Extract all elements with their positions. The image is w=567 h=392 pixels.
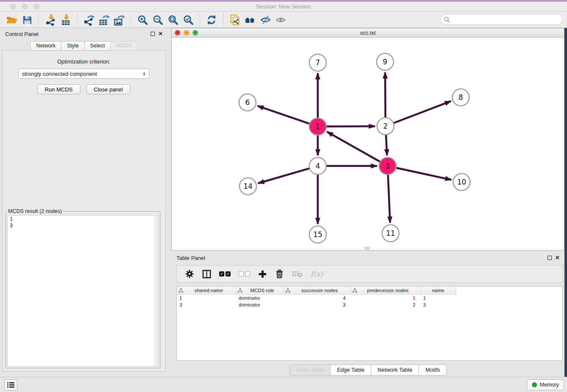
zoom-in-icon[interactable] [135,13,150,27]
table-cell[interactable]: 1 [421,295,456,301]
float-panel-icon[interactable] [151,32,155,36]
export-network-icon[interactable] [81,13,96,27]
float-table-panel-icon[interactable] [548,256,552,260]
save-session-icon[interactable] [19,13,35,27]
result-scrollbar[interactable] [155,215,158,366]
criterion-dropdown[interactable]: strongly connected component ▲▼ [18,69,149,79]
toolbar-separator [200,14,200,26]
table-row[interactable]: 1dominator411 [177,295,562,301]
table-options-gear-icon[interactable] [185,268,194,279]
dropdown-stepper-icon: ▲▼ [143,72,146,76]
export-image-icon[interactable] [112,13,127,27]
delete-column-icon[interactable] [275,268,284,279]
create-column-icon[interactable] [258,268,267,279]
node-label-7: 7 [316,58,320,67]
horizontal-scrollbar-thumb[interactable] [365,247,369,250]
show-columns-icon[interactable] [202,268,211,279]
delete-table-icon [292,268,303,279]
import-table-icon[interactable] [58,13,73,27]
tab-network-table[interactable]: Network Table [371,364,419,375]
edge-1-2[interactable] [327,126,375,127]
toolbar-separator [131,14,131,26]
search-box[interactable] [440,14,563,25]
tab-mcds[interactable]: MCDS [110,41,138,51]
edge-4-14[interactable] [258,168,309,183]
node-label-4: 4 [316,162,320,170]
table-cell[interactable]: 1 [177,295,236,301]
tab-select[interactable]: Select [84,41,111,51]
copy-network-icon[interactable] [227,13,242,27]
show-panel-eye-icon[interactable] [273,13,288,27]
column-header-predecessor-nodes[interactable]: predecessor nodes [351,287,421,295]
edge-3-11[interactable] [388,175,390,223]
zoom-selected-icon[interactable] [181,13,196,27]
edge-1-6[interactable] [258,106,309,124]
column-header-name[interactable]: name [421,287,456,295]
column-header-label: name [422,288,454,293]
network-graph[interactable]: 7968124314101511 [172,38,564,250]
zoom-fit-icon[interactable] [165,13,181,27]
deselect-all-columns-icon[interactable] [239,268,250,279]
mcds-result-item[interactable]: 1 [8,215,158,222]
network-title: scc.txt [172,30,564,36]
mcds-result-item[interactable]: 3 [8,222,158,229]
node-label-14: 14 [243,182,253,190]
home-icon[interactable] [242,13,258,27]
close-panel-button[interactable]: Close panel [86,84,131,94]
tab-network[interactable]: Network [30,41,61,51]
table-cell[interactable]: 3 [284,302,351,307]
table-panel-title: Table Panel [176,255,205,261]
network-window-titlebar[interactable]: ✕ − + scc.txt [172,28,564,38]
table-cell[interactable]: 3 [421,302,456,307]
close-panel-icon[interactable]: × [159,32,162,36]
column-header-shared-name[interactable]: shared name [177,287,236,295]
desktop-edge-strip [564,28,567,377]
mcds-result-list[interactable]: 13 [7,215,159,367]
tab-motifs[interactable]: Motifs [418,364,447,375]
list-icon [7,382,14,388]
table-cell[interactable]: 3 [177,302,236,307]
node-label-9: 9 [383,58,388,66]
edge-2-9[interactable] [385,72,385,117]
column-header-MCDS-role[interactable]: MCDS role [236,287,284,295]
hide-panel-eye-icon[interactable] [258,13,273,27]
toolbar-separator [39,14,39,26]
close-table-panel-icon[interactable]: × [556,256,559,260]
edge-3-10[interactable] [396,168,451,179]
edge-3-1[interactable] [327,132,380,161]
open-session-icon[interactable] [4,13,19,27]
tab-node-table[interactable]: Node Table [289,364,331,375]
network-canvas[interactable]: 7968124314101511 [172,38,564,250]
hierarchy-icon [179,288,183,293]
table-cell[interactable]: 1 [351,295,421,301]
node-table[interactable]: shared nameMCDS rolesuccessor nodesprede… [176,286,563,361]
memory-button-label: Memory [540,382,559,388]
import-network-icon[interactable] [43,13,58,27]
tab-edge-table[interactable]: Edge Table [330,364,371,375]
table-cell[interactable]: 4 [284,295,351,301]
control-panel-header: Control Panel × [0,28,168,40]
criterion-dropdown-value: strongly connected component [22,71,97,77]
table-cell[interactable]: dominator [236,295,284,301]
export-table-icon[interactable] [96,13,112,27]
control-panel-title: Control Panel [5,31,39,37]
table-cell[interactable]: dominator [236,302,284,307]
select-all-columns-icon[interactable]: ✓✓ [219,268,231,279]
zoom-out-icon[interactable] [150,13,165,27]
search-input[interactable] [452,16,562,23]
column-header-successor-nodes[interactable]: successor nodes [284,287,351,295]
task-history-button[interactable] [4,379,17,390]
node-table-header: shared nameMCDS rolesuccessor nodesprede… [177,287,562,295]
run-mcds-button[interactable]: Run MCDS [37,84,80,94]
hierarchy-icon [352,288,357,293]
memory-button[interactable]: Memory [527,379,564,390]
tab-style[interactable]: Style [61,41,85,51]
edge-2-8[interactable] [394,101,451,123]
table-row[interactable]: 3dominator323 [177,301,562,308]
table-cell[interactable]: 2 [351,302,421,307]
node-label-6: 6 [245,98,250,107]
apply-layout-icon[interactable] [204,13,219,27]
edge-2-3[interactable] [386,135,387,155]
node-label-11: 11 [386,229,395,237]
optimization-criterion-label: Optimization criterion: [3,58,165,65]
